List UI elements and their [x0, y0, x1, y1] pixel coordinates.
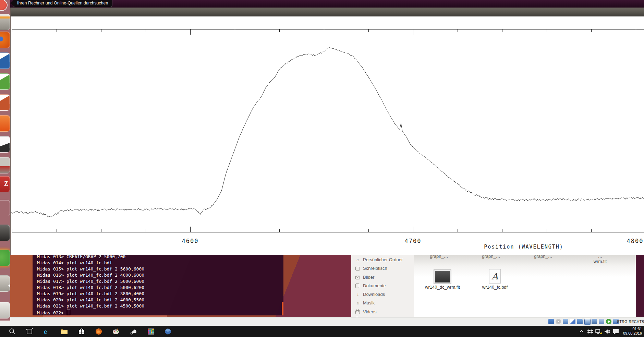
sidebar-item-musik[interactable]: ♫Musik	[351, 299, 414, 307]
virtualbox-status-bar: STRG-RECHTS	[0, 317, 644, 326]
videos-icon	[355, 310, 360, 314]
desktop-icon	[355, 266, 360, 271]
file-name: wr140_fc.bdf	[469, 285, 521, 290]
plot-window-titlebar[interactable]	[11, 8, 644, 16]
launcher-item-system-settings[interactable]	[0, 157, 10, 173]
file-manager-window: ⌂Persönlicher OrdnerSchreibtischBilderDo…	[351, 253, 636, 317]
sidebar-item-label: Musik	[363, 299, 375, 307]
terminal-line: Midas 020> plot wr140_fc.bdf 2 4000,5500	[37, 297, 144, 303]
sidebar-item-schreibtisch[interactable]: Schreibtisch	[351, 264, 414, 273]
network-adapters-icon[interactable]	[563, 319, 568, 324]
clipped-file-label[interactable]: …wrm.fit	[574, 254, 626, 264]
documents-icon-shape	[355, 284, 359, 288]
plot-area: 4600 4700 4800 Position (WAVELENGTH)	[11, 16, 644, 255]
taskbar-clock[interactable]: 01:31 09.08.2016	[623, 327, 642, 336]
terminal-line: Midas 019> plot wr140_fc.bdf 2 3800,4000	[37, 291, 144, 297]
sidebar-item-dokumente[interactable]: Dokumente	[351, 282, 414, 290]
shared-folders-icon[interactable]	[577, 319, 583, 324]
file-manager-content[interactable]: graph_…graph_…graph_……wrm.fitwr140_dc_wr…	[414, 253, 636, 317]
sidebar-item-downloads[interactable]: ↓Downloads	[351, 290, 414, 299]
screen: { "colors": { "ubuntu_accent": "#e95420"…	[0, 0, 644, 337]
audio-app-icon[interactable]	[129, 327, 137, 336]
launcher-item-libreoffice-writer[interactable]	[0, 52, 10, 69]
optical-disc-icon[interactable]	[556, 319, 561, 324]
terminal-line: Midas 014> plot wr140_fc.bdf	[37, 260, 112, 266]
desktop-icon-shape	[355, 267, 360, 270]
plot-window: 4600 4700 4800 Position (WAVELENGTH)	[10, 8, 644, 255]
sidebar-item-pers-nlicher-ordner[interactable]: ⌂Persönlicher Ordner	[351, 256, 414, 264]
search-icon[interactable]	[8, 327, 16, 336]
launcher-item-ubuntu-software[interactable]	[0, 115, 10, 132]
tooltip-arrow	[10, 1, 13, 5]
store-icon[interactable]	[77, 327, 86, 336]
paint-icon[interactable]	[112, 327, 120, 336]
launcher-item-trash[interactable]	[0, 302, 10, 318]
shared-clipboard-icon[interactable]	[606, 319, 611, 324]
terminal-scrollbar[interactable]	[282, 302, 283, 315]
dropbox-icon[interactable]	[586, 327, 594, 336]
tray-chevron-icon[interactable]	[578, 327, 586, 336]
file-explorer-icon[interactable]	[60, 327, 68, 336]
terminal-line: Midas 022>	[37, 310, 70, 315]
midas-terminal[interactable]: Midas 013> CREATE/GRAP 2 5000,700Midas 0…	[33, 253, 283, 315]
search-tooltip: Ihren Rechner und Online-Quellen durchsu…	[13, 0, 112, 7]
documents-icon	[355, 284, 360, 288]
focused-app-indicator	[8, 284, 10, 287]
launcher-item-calculator[interactable]	[0, 200, 10, 216]
firefox-icon[interactable]	[95, 327, 103, 336]
clipped-file-label-line2: wrm.fit	[574, 259, 626, 264]
launcher-item-firefox[interactable]	[0, 32, 10, 48]
sidebar-item-label: Schreibtisch	[363, 264, 387, 273]
volume-icon[interactable]	[603, 327, 611, 336]
sidebar-item-bilder[interactable]: Bilder	[351, 273, 414, 281]
dash-home-icon[interactable]	[0, 0, 8, 11]
file-item-wr140-dc-wrm-fit[interactable]: wr140_dc_wrm.fit	[417, 270, 468, 290]
terminal-cursor	[67, 310, 70, 315]
downloads-icon: ↓	[355, 292, 360, 297]
launcher-item-files[interactable]	[0, 14, 10, 30]
harddisk-icon[interactable]	[548, 319, 554, 324]
sidebar-item-label: Persönlicher Ordner	[363, 256, 403, 264]
x-axis-title: Position (WAVELENGTH)	[472, 244, 575, 250]
home-icon: ⌂	[355, 257, 360, 262]
virtualbox-icon[interactable]	[164, 327, 172, 336]
x-tick-label-4600: 4600	[177, 238, 204, 244]
terminal-line: Midas 021> plot wr140_fc.bdf 2 4500,5000	[37, 303, 144, 309]
launcher-item-libreoffice-calc[interactable]	[0, 73, 10, 90]
file-manager-sidebar: ⌂Persönlicher OrdnerSchreibtischBilderDo…	[351, 253, 414, 317]
file-name: wr140_dc_wrm.fit	[417, 285, 468, 290]
terminal-line: Midas 017> plot wr140_fc.bdf 2 5000,6000	[37, 279, 144, 285]
music-icon: ♫	[355, 301, 360, 305]
mouse-integration-icon[interactable]	[570, 319, 575, 324]
sidebar-item-label: Bilder	[363, 273, 374, 281]
usb-icon[interactable]	[599, 319, 604, 324]
launcher-item-screen-app[interactable]	[0, 225, 10, 241]
x-tick-label-4700: 4700	[399, 238, 427, 244]
display-icon[interactable]	[584, 319, 591, 325]
document-a-icon: A	[489, 269, 501, 284]
pictures-icon	[355, 275, 360, 280]
terminal-line: Midas 016> plot wr140_fc.bdf 2 4000,6000	[37, 273, 144, 278]
notifications-icon[interactable]	[612, 327, 620, 336]
clock-time: 01:31	[623, 327, 642, 331]
vbox-hostkey-label: STRG-RECHTS	[617, 320, 644, 324]
launcher-item-tool-app[interactable]	[0, 275, 10, 292]
svg-text:e: e	[44, 328, 47, 335]
edge-icon[interactable]: e	[43, 327, 51, 336]
launcher-item-backup-green-app[interactable]	[0, 250, 10, 266]
color-grid-icon[interactable]	[147, 327, 155, 336]
network-warning-icon[interactable]: !	[595, 327, 603, 336]
file-item-wr140-fc-bdf[interactable]: Awr140_fc.bdf	[469, 269, 521, 290]
launcher-item-amazon[interactable]	[0, 136, 10, 153]
launcher-item-libreoffice-impress[interactable]	[0, 94, 10, 111]
pictures-icon-shape	[355, 276, 360, 279]
clock-date: 09.08.2016	[623, 331, 642, 336]
task-view-icon[interactable]	[25, 327, 34, 336]
x-tick-label-4800: 4800	[621, 238, 644, 244]
image-thumbnail-icon	[434, 270, 451, 284]
unity-launcher: Z	[0, 0, 10, 321]
spectrum-curve	[11, 48, 644, 218]
sidebar-item-videos[interactable]: Videos	[351, 308, 414, 316]
launcher-item-z-app[interactable]: Z	[0, 176, 10, 192]
virtual-screens-icon[interactable]	[592, 319, 597, 324]
